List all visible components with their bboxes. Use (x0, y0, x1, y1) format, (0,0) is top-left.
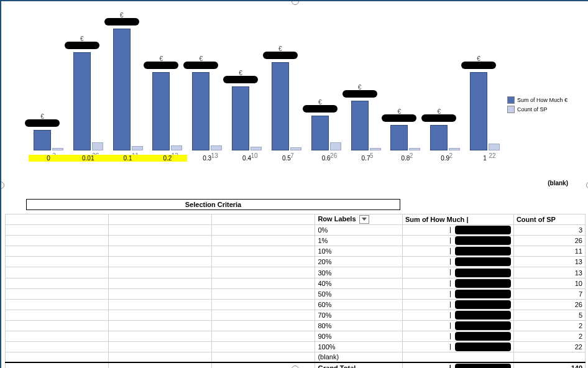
bar-count[interactable] (132, 146, 143, 150)
cell-row-label: 0% (315, 225, 403, 236)
table-row-blank[interactable]: (blank) (6, 352, 586, 362)
bar-group[interactable]: €26 (306, 7, 346, 150)
bar-count[interactable] (171, 145, 182, 150)
table-row[interactable]: 10%| 11 (6, 246, 586, 257)
bar-count[interactable] (250, 147, 262, 150)
selection-criteria-header: Selection Criteria (26, 199, 400, 210)
selection-handle-w[interactable] (0, 182, 4, 189)
bar-group[interactable]: €10 (227, 7, 267, 150)
x-axis-tick: 0.2 (147, 155, 187, 162)
redacted-value (455, 321, 511, 330)
worksheet-grid[interactable]: Row Labels Sum of How Much | Count of SP… (5, 214, 586, 368)
table-row[interactable]: 70%| 5 (6, 310, 586, 320)
bar-sum[interactable]: € (470, 72, 487, 150)
cell-sum: | (403, 342, 514, 352)
table-row[interactable]: 80%| 2 (6, 320, 586, 331)
bar-count[interactable] (211, 145, 222, 150)
pivot-table[interactable]: Row Labels Sum of How Much | Count of SP… (5, 214, 586, 368)
bar-count[interactable] (489, 144, 500, 150)
table-row-grand-total[interactable]: Grand Total | 140 (6, 362, 586, 368)
bar-count[interactable] (92, 142, 103, 150)
cell-count: 10 (513, 278, 585, 288)
bar-sum[interactable]: € (390, 125, 408, 150)
bar-count[interactable] (449, 148, 460, 150)
cell-sum: | (403, 310, 514, 320)
bar-group[interactable]: €26 (68, 7, 108, 150)
chart-legend: Sum of How Much € Count of SP (507, 94, 581, 115)
bar-sum[interactable]: € (192, 72, 209, 150)
bar-count[interactable] (52, 148, 63, 150)
bar-count[interactable] (409, 148, 420, 150)
selection-handle-n[interactable] (292, 0, 299, 5)
table-row[interactable]: 60%| 26 (6, 299, 586, 310)
row-labels-filter-button[interactable] (359, 215, 369, 224)
x-axis-tick: 0.8 (385, 155, 425, 162)
bar-group[interactable]: €2 (385, 7, 425, 150)
redacted-value (455, 226, 511, 234)
x-axis-labels: 00.010.10.20.30.40.50.60.70.80.91 (29, 155, 505, 162)
bar-sum[interactable]: € (113, 29, 131, 150)
cell-blank-label: (blank) (315, 352, 403, 362)
bar-group[interactable]: €22 (465, 7, 505, 150)
redacted-value (223, 76, 258, 83)
bar-group[interactable]: €5 (346, 7, 386, 150)
legend-item-sum[interactable]: Sum of How Much € (507, 96, 581, 104)
redacted-value (455, 257, 511, 266)
header-sum-how-much[interactable]: Sum of How Much | (403, 214, 514, 225)
redacted-value (455, 300, 511, 309)
cell-sum: | (403, 288, 514, 299)
bar-group[interactable]: €7 (267, 7, 306, 150)
table-row[interactable]: 30%| 13 (6, 267, 586, 278)
cell-row-label: 40% (315, 278, 403, 288)
table-row[interactable]: 50%| 7 (6, 288, 586, 299)
cell-row-label: 30% (315, 267, 403, 278)
table-row[interactable]: 40%| 10 (6, 278, 586, 288)
bar-sum[interactable]: € (232, 86, 249, 150)
pivot-chart[interactable]: €3€26€11€13€13€10€7€26€5€2€2€22 00.010.1… (7, 7, 583, 194)
bar-count[interactable] (370, 148, 381, 150)
cell-row-label: 90% (315, 331, 403, 342)
cell-row-label: 20% (315, 257, 403, 267)
bar-group[interactable]: €11 (108, 7, 148, 150)
bar-sum[interactable]: € (430, 125, 448, 150)
cell-count: 13 (513, 267, 585, 278)
header-row-labels-text: Row Labels (318, 215, 356, 223)
table-row[interactable]: 100%| 22 (6, 342, 586, 352)
bar-group[interactable]: €3 (29, 7, 68, 150)
bar-group[interactable]: €13 (147, 7, 187, 150)
redacted-value (104, 18, 139, 25)
bar-sum[interactable]: € (272, 62, 289, 150)
legend-item-count[interactable]: Count of SP (507, 106, 581, 113)
redacted-value (65, 42, 99, 49)
bar-sum[interactable]: € (73, 52, 91, 150)
cell-row-label: 60% (315, 299, 403, 310)
cell-count: 2 (513, 320, 585, 331)
cell-count: 22 (513, 342, 585, 352)
table-row[interactable]: 20%| 13 (6, 257, 586, 267)
x-axis-tick: 0.4 (227, 155, 267, 162)
bar-group[interactable]: €2 (425, 7, 465, 150)
header-row-labels[interactable]: Row Labels (315, 214, 403, 225)
chart-object-frame[interactable]: €3€26€11€13€13€10€7€26€5€2€2€22 00.010.1… (0, 0, 588, 368)
bar-count[interactable] (290, 147, 301, 150)
table-row[interactable]: 1%| 26 (6, 236, 586, 246)
cell-row-label: 80% (315, 320, 403, 331)
redacted-value (455, 236, 511, 245)
bar-count[interactable] (330, 142, 341, 150)
bar-sum[interactable]: € (311, 116, 329, 150)
bar-group[interactable]: €13 (187, 7, 227, 150)
cell-grand-total-count: 140 (513, 362, 585, 368)
cell-count: 2 (513, 331, 585, 342)
cell-sum: | (403, 225, 514, 236)
header-count-sp[interactable]: Count of SP (513, 214, 585, 225)
table-row[interactable]: 90%| 2 (6, 331, 586, 342)
redacted-value (382, 114, 416, 122)
bar-sum[interactable]: € (34, 130, 51, 150)
cell-row-label: 50% (315, 288, 403, 299)
bar-sum[interactable]: € (351, 101, 369, 150)
table-row[interactable]: 0%| 3 (6, 225, 586, 236)
cell-sum: | (403, 299, 514, 310)
bar-sum[interactable]: € (152, 72, 170, 150)
x-axis-tick: 0 (29, 155, 68, 162)
table-header-row: Row Labels Sum of How Much | Count of SP (6, 214, 586, 225)
